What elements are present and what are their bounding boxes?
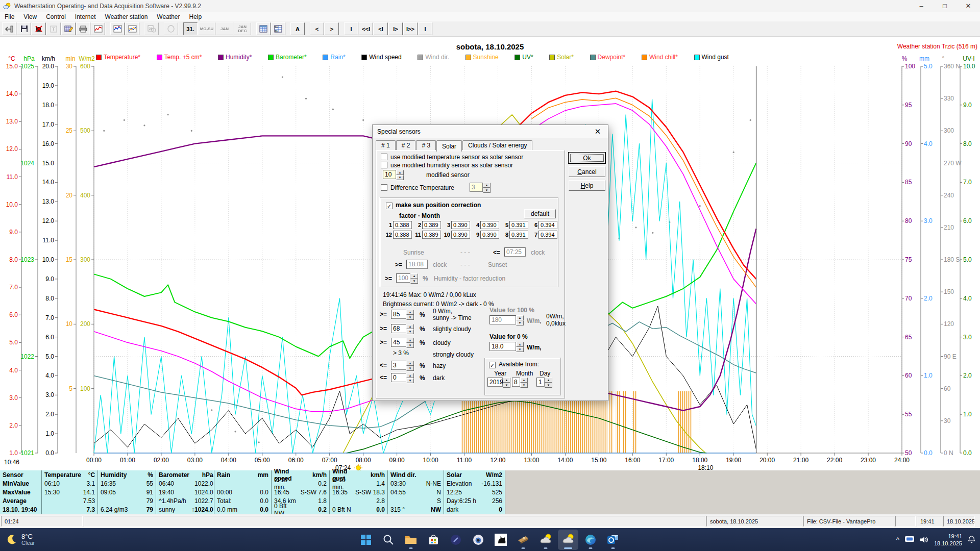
- delete-button[interactable]: [32, 22, 46, 35]
- menu-view[interactable]: View: [19, 13, 41, 21]
- spinner[interactable]: 8▲▼: [512, 379, 528, 386]
- step-back-button[interactable]: <I: [374, 22, 388, 35]
- spin-up-icon[interactable]: ▲: [545, 378, 552, 383]
- tray-display-icon[interactable]: [904, 536, 915, 544]
- legend-temp-5-cm-[interactable]: Temp. +5 cm*: [157, 54, 202, 61]
- month-factor-field[interactable]: 0.394: [538, 231, 557, 239]
- spin-down-icon[interactable]: ▼: [520, 383, 528, 388]
- menu-help[interactable]: Help: [185, 13, 207, 21]
- default-button[interactable]: default: [524, 209, 556, 218]
- sun-correction-checkbox[interactable]: ✓make sun position correction: [386, 202, 481, 209]
- month-factor-field[interactable]: 0.390: [451, 231, 470, 239]
- search-icon[interactable]: [378, 530, 399, 550]
- save-button[interactable]: [17, 22, 31, 35]
- spin-down-icon[interactable]: ▼: [406, 366, 414, 371]
- spin-up-icon[interactable]: ▲: [520, 378, 528, 383]
- spinner-value[interactable]: 45: [391, 338, 406, 347]
- legend-barometer-[interactable]: Barometer*: [268, 54, 307, 61]
- legend-temperature-[interactable]: Temperature*: [96, 54, 140, 61]
- cat-app-icon[interactable]: [491, 530, 511, 550]
- spinner[interactable]: 2019▲▼: [487, 379, 510, 386]
- spin-up-icon[interactable]: ▲: [516, 315, 524, 320]
- legend-wind-speed[interactable]: Wind speed: [361, 54, 401, 61]
- modified-sensor-spinner[interactable]: 10▲▼: [383, 170, 404, 179]
- legend-wind-gust[interactable]: Wind gust: [694, 54, 729, 61]
- spinner[interactable]: 0▲▼: [391, 374, 414, 381]
- menu-internet[interactable]: Internet: [70, 13, 101, 21]
- spinner-value[interactable]: 18.0: [489, 342, 516, 351]
- spinner[interactable]: 3▲▼: [470, 184, 491, 191]
- tray-chevron-icon[interactable]: ^: [896, 536, 899, 543]
- maxmin-table-button[interactable]: MaxMin: [271, 22, 285, 35]
- month-factor-field[interactable]: 0.389: [422, 221, 441, 229]
- step-fwd-button[interactable]: I>: [388, 22, 403, 35]
- spin-down-icon[interactable]: ▼: [410, 279, 418, 284]
- spinner-value[interactable]: 10: [383, 170, 396, 179]
- spinner[interactable]: 100▲▼: [396, 274, 418, 282]
- fast-back-button[interactable]: <<I: [359, 22, 373, 35]
- tab-clouds-solar-energy[interactable]: Clouds / Solar energy: [462, 140, 532, 151]
- legend-dewpoint-[interactable]: Dewpoint*: [590, 54, 626, 61]
- spin-down-icon[interactable]: ▼: [483, 188, 491, 193]
- spinner-value[interactable]: 1: [536, 378, 545, 387]
- use-temp-sensor-checkbox[interactable]: use modified temperature sensor as solar…: [381, 154, 523, 161]
- spin-down-icon[interactable]: ▼: [545, 383, 552, 388]
- spin-down-icon[interactable]: ▼: [406, 378, 414, 383]
- edge-icon[interactable]: [580, 530, 601, 550]
- spinner-value[interactable]: 0: [391, 373, 406, 382]
- year-spinner[interactable]: 2019▲▼: [487, 378, 510, 387]
- tab-solar[interactable]: Solar: [436, 140, 462, 152]
- spin-up-icon[interactable]: ▲: [406, 324, 414, 329]
- close-button[interactable]: ✕: [957, 0, 980, 12]
- taskbar-weather-widget[interactable]: 8°C Clear: [5, 533, 107, 546]
- menu-file[interactable]: File: [0, 13, 19, 21]
- spinner[interactable]: 68▲▼: [391, 325, 414, 332]
- use-humidity-sensor-checkbox[interactable]: use modified humidity sensor as solar se…: [381, 162, 513, 169]
- threshold-spinner[interactable]: 0▲▼: [391, 373, 414, 382]
- chart-red-button[interactable]: [91, 22, 105, 35]
- spin-up-icon[interactable]: ▲: [483, 183, 491, 188]
- month-spinner[interactable]: 8▲▼: [512, 378, 528, 387]
- month-factor-field[interactable]: 0.388: [393, 231, 412, 239]
- spin-down-icon[interactable]: ▼: [396, 175, 404, 180]
- spinner[interactable]: 10▲▼: [383, 171, 404, 178]
- volume-icon[interactable]: [920, 536, 929, 544]
- checkbox[interactable]: ✓: [489, 362, 496, 368]
- spinner-value[interactable]: 100: [396, 273, 410, 283]
- threshold-spinner[interactable]: 3▲▼: [391, 361, 414, 370]
- spinner-value[interactable]: 68: [391, 324, 406, 333]
- cancel-button[interactable]: Cancel: [569, 166, 605, 177]
- chart-blue-button[interactable]: [110, 22, 125, 35]
- spin-down-icon[interactable]: ▼: [406, 343, 414, 348]
- spin-down-icon[interactable]: ▼: [406, 329, 414, 334]
- next-button[interactable]: >: [325, 22, 339, 35]
- humidity-reduction-spinner[interactable]: 100▲▼: [396, 273, 418, 283]
- day-button[interactable]: 31.: [183, 22, 198, 35]
- checkbox[interactable]: [381, 154, 387, 160]
- tab--3[interactable]: # 3: [416, 140, 436, 151]
- spin-up-icon[interactable]: ▲: [406, 310, 414, 315]
- checkbox[interactable]: ✓: [386, 203, 393, 209]
- store-icon[interactable]: [423, 530, 444, 550]
- spinner[interactable]: 1▲▼: [536, 379, 552, 386]
- menu-weather-station[interactable]: Weather station: [101, 13, 153, 21]
- legend-uv-[interactable]: UV*: [514, 54, 533, 61]
- spinner[interactable]: 85▲▼: [391, 311, 414, 318]
- edit-table-button[interactable]: [61, 22, 76, 35]
- legend-wind-chill-[interactable]: Wind chill*: [642, 54, 678, 61]
- legend-solar-[interactable]: Solar*: [549, 54, 574, 61]
- spin-up-icon[interactable]: ▲: [503, 378, 510, 383]
- weatherstation-active-icon[interactable]: [558, 530, 578, 550]
- value0-spinner[interactable]: 18.0▲▼: [489, 342, 524, 351]
- start-button[interactable]: [356, 530, 376, 550]
- month-factor-field[interactable]: 0.391: [509, 221, 528, 229]
- month-factor-field[interactable]: 0.388: [393, 221, 412, 229]
- sunset-time-field[interactable]: 18:08: [406, 260, 428, 269]
- day-spinner[interactable]: 1▲▼: [536, 378, 552, 387]
- month-factor-field[interactable]: 0.389: [422, 231, 441, 239]
- sunrise-time-field[interactable]: 07:25: [504, 247, 526, 257]
- menu-control[interactable]: Control: [41, 13, 70, 21]
- spin-up-icon[interactable]: ▲: [410, 273, 418, 279]
- spin-down-icon[interactable]: ▼: [516, 320, 524, 325]
- tray-clock[interactable]: 19:41 18.10.2025: [934, 533, 962, 547]
